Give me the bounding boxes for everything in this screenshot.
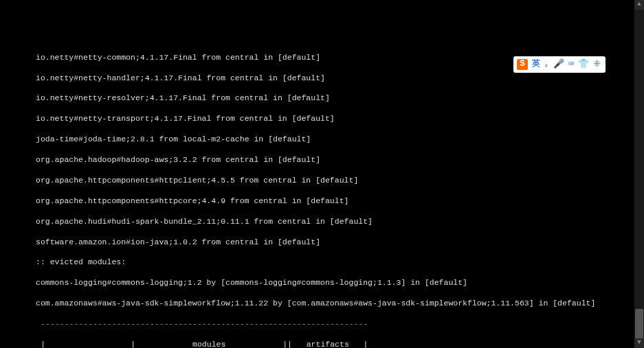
- ime-punct-toggle[interactable]: ,: [544, 59, 549, 70]
- dep-line: io.netty#netty-handler;4.1.17.Final from…: [3, 73, 641, 84]
- scrollbar-track[interactable]: ▲ ▼: [634, 0, 644, 348]
- dep-line: io.netty#netty-resolver;4.1.17.Final fro…: [3, 93, 641, 104]
- ime-language-toggle[interactable]: 英: [532, 59, 540, 70]
- evicted-line: commons-logging#commons-logging;1.2 by […: [3, 278, 641, 288]
- scroll-down-icon[interactable]: ▼: [634, 338, 644, 348]
- skin-icon[interactable]: 👕: [578, 59, 589, 71]
- dep-line: joda-time#joda-time;2.8.1 from local-m2-…: [3, 135, 641, 145]
- dep-line: org.apache.hadoop#hadoop-aws;3.2.2 from …: [3, 155, 641, 165]
- evicted-header: :: evicted modules:: [3, 257, 641, 268]
- dep-line: software.amazon.ion#ion-java;1.0.2 from …: [3, 237, 641, 248]
- ime-toolbar[interactable]: S 英 , 🎤 ⌨ 👕 ⁜: [513, 56, 606, 73]
- microphone-icon[interactable]: 🎤: [553, 59, 564, 71]
- table-header: | | modules || artifacts |: [3, 340, 641, 348]
- scroll-up-icon[interactable]: ▲: [634, 0, 644, 10]
- dep-line: io.netty#netty-transport;4.1.17.Final fr…: [3, 114, 641, 124]
- dep-line: org.apache.httpcomponents#httpclient;4.5…: [3, 176, 641, 186]
- evicted-line: com.amazonaws#aws-java-sdk-simpleworkflo…: [3, 299, 641, 309]
- table-divider: ----------------------------------------…: [3, 319, 641, 329]
- menu-icon[interactable]: ⁜: [593, 59, 601, 71]
- dep-line: org.apache.hudi#hudi-spark-bundle_2.11;0…: [3, 217, 641, 227]
- scrollbar-thumb[interactable]: [635, 309, 643, 340]
- keyboard-icon[interactable]: ⌨: [568, 59, 574, 71]
- sogou-logo-icon[interactable]: S: [517, 59, 528, 70]
- dep-line: org.apache.httpcomponents#httpcore;4.4.9…: [3, 196, 641, 207]
- terminal-output: io.netty#netty-common;4.1.17.Final from …: [0, 41, 644, 348]
